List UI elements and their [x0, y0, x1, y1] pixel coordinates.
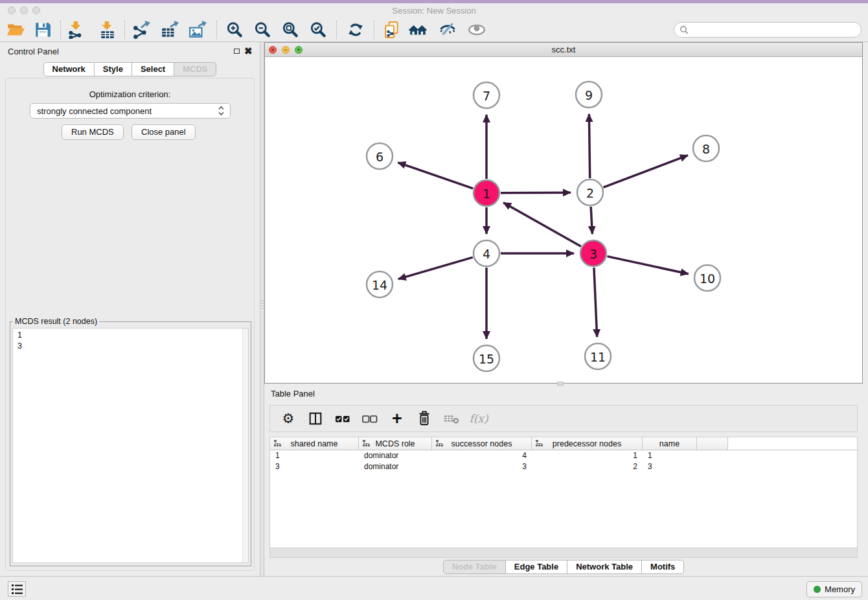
- column-header-successor-nodes[interactable]: successor nodes: [432, 437, 532, 450]
- maximize-view-button[interactable]: +: [295, 46, 303, 54]
- vertical-splitter[interactable]: [260, 42, 264, 576]
- graph-node-2[interactable]: 2: [577, 179, 603, 205]
- graph-edge-3-1[interactable]: [503, 203, 581, 246]
- import-table-icon: [98, 21, 117, 39]
- table-cell[interactable]: 4: [432, 451, 532, 460]
- graph-node-10[interactable]: 10: [694, 265, 720, 291]
- task-history-button[interactable]: [8, 581, 26, 597]
- select-all-columns-button[interactable]: [334, 410, 352, 428]
- run-mcds-button[interactable]: Run MCDS: [62, 124, 124, 140]
- minimize-view-button[interactable]: −: [282, 46, 290, 54]
- toolbar-separator: [124, 21, 126, 39]
- float-panel-icon[interactable]: [234, 49, 240, 54]
- column-header-mcds-role[interactable]: MCDS role: [359, 437, 432, 450]
- close-window-button[interactable]: [8, 6, 16, 14]
- graph-edge-3-11[interactable]: [594, 268, 597, 337]
- open-session-button[interactable]: [5, 19, 26, 40]
- hide-selected-button[interactable]: [437, 19, 458, 40]
- tab-motifs[interactable]: Motifs: [642, 560, 684, 574]
- tab-network[interactable]: Network: [43, 62, 95, 76]
- graph-node-6[interactable]: 6: [367, 143, 393, 169]
- splitter-handle[interactable]: [260, 300, 264, 310]
- minimize-window-button[interactable]: [20, 6, 28, 14]
- function-builder-button[interactable]: f(x): [470, 410, 488, 428]
- export-image-button[interactable]: [187, 19, 208, 40]
- table-cell[interactable]: 3: [643, 462, 697, 471]
- graph-node-14[interactable]: 14: [367, 271, 393, 297]
- table-cell[interactable]: 1: [643, 451, 697, 460]
- graph-node-3[interactable]: 3: [580, 240, 606, 266]
- close-view-button[interactable]: ×: [269, 46, 277, 54]
- graph-edge-3-10[interactable]: [608, 257, 689, 274]
- graph-node-1[interactable]: 1: [474, 180, 499, 206]
- graph-edge-1-6[interactable]: [398, 163, 473, 189]
- column-header-name[interactable]: name: [643, 437, 697, 450]
- network-window-titlebar[interactable]: × − + scc.txt: [265, 43, 862, 57]
- mcds-result-line: 3: [17, 341, 248, 352]
- graph-node-9[interactable]: 9: [576, 82, 602, 108]
- criterion-dropdown[interactable]: strongly connected component: [30, 103, 231, 119]
- export-table-button[interactable]: [159, 19, 180, 40]
- column-layout-button[interactable]: [306, 410, 325, 428]
- export-network-button[interactable]: [131, 19, 152, 40]
- table-row[interactable]: 3dominator323: [270, 461, 857, 472]
- result-scrollbar[interactable]: [242, 329, 248, 562]
- import-network-icon: [67, 21, 86, 39]
- tab-select[interactable]: Select: [132, 62, 174, 76]
- clone-network-button[interactable]: [382, 19, 403, 40]
- search-input[interactable]: [689, 25, 861, 35]
- graph-node-7[interactable]: 7: [474, 82, 499, 108]
- save-session-button[interactable]: [32, 19, 53, 40]
- graph-node-8[interactable]: 8: [693, 135, 719, 161]
- zoom-window-button[interactable]: [32, 6, 40, 14]
- refresh-view-button[interactable]: [345, 19, 366, 40]
- zoom-out-button[interactable]: [252, 19, 273, 40]
- unselect-all-columns-button[interactable]: [361, 410, 379, 428]
- graph-edge-2-8[interactable]: [604, 156, 688, 188]
- zoom-fit-button[interactable]: [280, 19, 301, 40]
- graph-edge-4-14[interactable]: [398, 257, 473, 279]
- delete-table-button[interactable]: [442, 410, 461, 428]
- import-network-button[interactable]: [66, 19, 87, 40]
- memory-button[interactable]: Memory: [806, 581, 862, 597]
- column-header-shared-name[interactable]: shared name: [270, 437, 359, 450]
- table-cell[interactable]: dominator: [359, 451, 432, 460]
- mcds-result-area[interactable]: 13: [12, 328, 249, 563]
- table-cell[interactable]: 3: [432, 462, 532, 471]
- table-settings-button[interactable]: ⚙: [279, 410, 297, 428]
- svg-text:14: 14: [372, 278, 387, 292]
- table-cell[interactable]: 1: [270, 451, 359, 460]
- column-header-predecessor-nodes[interactable]: predecessor nodes: [532, 437, 643, 450]
- graph-edge-2-9[interactable]: [589, 114, 589, 178]
- tab-style[interactable]: Style: [95, 62, 132, 76]
- show-network-overview-button[interactable]: [407, 19, 428, 40]
- network-canvas[interactable]: 7968124314101511: [266, 57, 862, 383]
- graph-edge-2-3[interactable]: [591, 207, 592, 234]
- graph-node-4[interactable]: 4: [474, 240, 499, 266]
- table-cell[interactable]: 1: [532, 451, 643, 460]
- table-cell[interactable]: 2: [532, 462, 643, 471]
- graph-edge-1-2[interactable]: [501, 192, 571, 193]
- tab-network-table[interactable]: Network Table: [567, 560, 642, 574]
- network-graph: 7968124314101511: [266, 57, 862, 383]
- graph-node-15[interactable]: 15: [474, 345, 499, 371]
- table-cell[interactable]: 3: [270, 462, 359, 471]
- table-row[interactable]: 1dominator411: [270, 450, 857, 461]
- tab-node-table[interactable]: Node Table: [443, 560, 506, 574]
- close-panel-icon[interactable]: ✖: [244, 47, 253, 55]
- graph-node-11[interactable]: 11: [585, 343, 611, 369]
- delete-columns-button[interactable]: [415, 410, 433, 428]
- clone-network-icon: [383, 21, 402, 39]
- table-cell[interactable]: dominator: [359, 462, 432, 471]
- horizontal-splitter-handle[interactable]: [557, 382, 564, 386]
- zoom-selected-button[interactable]: [308, 19, 328, 40]
- add-column-button[interactable]: +: [388, 410, 406, 428]
- zoom-in-button[interactable]: [224, 19, 245, 40]
- search-field[interactable]: [674, 22, 862, 38]
- import-table-button[interactable]: [97, 19, 118, 40]
- tab-mcds[interactable]: MCDS: [174, 62, 216, 76]
- show-hidden-button[interactable]: [466, 19, 487, 40]
- close-panel-button[interactable]: Close panel: [131, 124, 196, 140]
- tab-edge-table[interactable]: Edge Table: [506, 560, 567, 574]
- svg-text:2: 2: [586, 186, 594, 200]
